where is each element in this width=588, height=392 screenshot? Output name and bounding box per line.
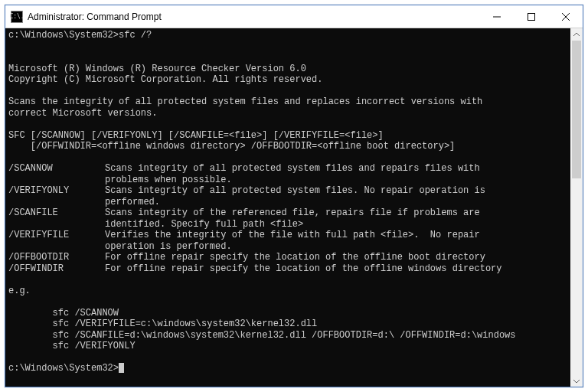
example-line: sfc /VERIFYONLY: [8, 341, 136, 351]
option-key: /SCANFILE: [8, 207, 105, 230]
option-row: /VERIFYFILEVerifies the integrity of the…: [8, 230, 567, 252]
option-key: /SCANNOW: [8, 163, 105, 185]
example-line: sfc /VERIFYFILE=c:\windows\system32\kern…: [8, 318, 317, 329]
maximize-button[interactable]: [514, 5, 548, 28]
option-desc: Scans integrity of all protected system …: [105, 163, 480, 185]
scrollbar-thumb[interactable]: [572, 41, 581, 178]
option-key: /OFFWINDIR: [8, 263, 105, 275]
window-title: Administrator: Command Prompt: [28, 11, 479, 22]
usage-line-2: [/OFFWINDIR=<offline windows directory> …: [8, 141, 455, 152]
prompt-command: sfc /?: [119, 30, 152, 41]
close-button[interactable]: [548, 5, 583, 28]
option-desc: Scans integrity of all protected system …: [105, 185, 485, 207]
option-desc: Verifies the integrity of the file with …: [105, 230, 480, 252]
close-icon: [562, 13, 570, 21]
window-controls: [479, 5, 583, 28]
prompt-path: c:\Windows\System32>: [8, 30, 119, 41]
maximize-icon: [528, 13, 535, 21]
minimize-button[interactable]: [479, 5, 514, 28]
option-row: /SCANNOWScans integrity of all protected…: [8, 163, 567, 185]
example-line: sfc /SCANNOW: [8, 308, 119, 318]
option-key: /OFFBOOTDIR: [8, 252, 105, 263]
prompt-path: c:\Windows\System32>: [8, 363, 119, 374]
option-row: /VERIFYONLYScans integrity of all protec…: [8, 185, 567, 207]
svg-rect-1: [528, 13, 534, 20]
usage-line-1: SFC [/SCANNOW] [/VERIFYONLY] [/SCANFILE=…: [8, 130, 384, 141]
option-key: /VERIFYONLY: [8, 185, 105, 207]
description-text: Scans the integrity of all protected sys…: [8, 96, 482, 119]
scroll-down-button[interactable]: [570, 374, 583, 387]
minimize-icon: [493, 13, 501, 21]
options-list: /SCANNOWScans integrity of all protected…: [8, 163, 567, 274]
option-row: /OFFWINDIRFor offline repair specify the…: [8, 263, 567, 275]
cmd-icon: C:\.: [11, 11, 23, 23]
option-row: /OFFBOOTDIRFor offline repair specify th…: [8, 252, 567, 263]
option-desc: Scans integrity of the referenced file, …: [105, 207, 480, 230]
console-output[interactable]: c:\Windows\System32>sfc /? Microsoft (R)…: [5, 28, 570, 387]
cmd-window: C:\. Administrator: Command Prompt c:\Wi…: [5, 5, 583, 387]
scrollbar-track[interactable]: [570, 41, 583, 374]
chevron-up-icon: [573, 33, 580, 37]
vertical-scrollbar[interactable]: [570, 28, 583, 387]
text-cursor: [119, 363, 124, 373]
example-heading: e.g.: [8, 286, 31, 296]
chevron-down-icon: [573, 379, 580, 383]
option-key: /VERIFYFILE: [8, 230, 105, 252]
titlebar[interactable]: C:\. Administrator: Command Prompt: [5, 5, 583, 28]
scroll-up-button[interactable]: [570, 28, 583, 41]
console-area: c:\Windows\System32>sfc /? Microsoft (R)…: [5, 28, 583, 387]
option-row: /SCANFILEScans integrity of the referenc…: [8, 207, 567, 230]
header-line-1: Microsoft (R) Windows (R) Resource Check…: [8, 64, 306, 74]
option-desc: For offline repair specify the location …: [105, 263, 501, 275]
example-line: sfc /SCANFILE=d:\windows\system32\kernel…: [8, 330, 516, 341]
option-desc: For offline repair specify the location …: [105, 252, 485, 263]
header-line-2: Copyright (C) Microsoft Corporation. All…: [8, 74, 322, 85]
